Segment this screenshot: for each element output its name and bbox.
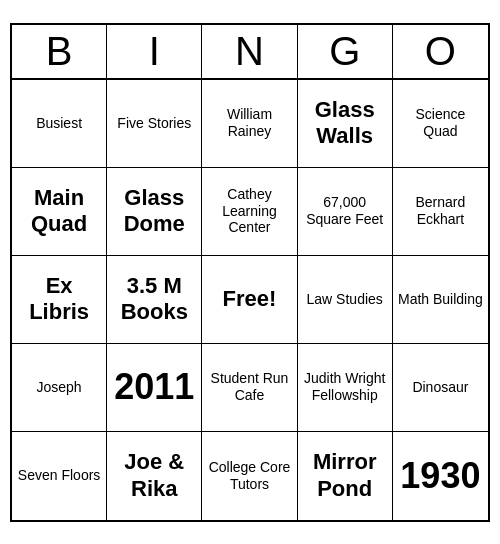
bingo-cell: 2011 [107, 344, 202, 432]
bingo-cell: Math Building [393, 256, 488, 344]
bingo-card: BINGO BusiestFive StoriesWilliam RaineyG… [10, 23, 490, 522]
bingo-cell: Busiest [12, 80, 107, 168]
bingo-cell: Glass Walls [298, 80, 393, 168]
bingo-cell: Seven Floors [12, 432, 107, 520]
bingo-cell: Main Quad [12, 168, 107, 256]
header-letter: O [393, 25, 488, 78]
header-letter: N [202, 25, 297, 78]
bingo-cell: Mirror Pond [298, 432, 393, 520]
bingo-cell: Ex Libris [12, 256, 107, 344]
bingo-cell: Five Stories [107, 80, 202, 168]
bingo-cell: Dinosaur [393, 344, 488, 432]
bingo-cell: Science Quad [393, 80, 488, 168]
bingo-cell: College Core Tutors [202, 432, 297, 520]
bingo-cell: 67,000 Square Feet [298, 168, 393, 256]
bingo-cell: Judith Wright Fellowship [298, 344, 393, 432]
bingo-cell: 1930 [393, 432, 488, 520]
header-letter: I [107, 25, 202, 78]
bingo-cell: Joe & Rika [107, 432, 202, 520]
bingo-cell: Glass Dome [107, 168, 202, 256]
bingo-header: BINGO [12, 25, 488, 80]
header-letter: B [12, 25, 107, 78]
bingo-cell: Joseph [12, 344, 107, 432]
bingo-cell: Bernard Eckhart [393, 168, 488, 256]
header-letter: G [298, 25, 393, 78]
bingo-cell: Law Studies [298, 256, 393, 344]
bingo-cell: Free! [202, 256, 297, 344]
bingo-cell: 3.5 M Books [107, 256, 202, 344]
bingo-cell: William Rainey [202, 80, 297, 168]
bingo-cell: Cathey Learning Center [202, 168, 297, 256]
bingo-grid: BusiestFive StoriesWilliam RaineyGlass W… [12, 80, 488, 520]
bingo-cell: Student Run Cafe [202, 344, 297, 432]
